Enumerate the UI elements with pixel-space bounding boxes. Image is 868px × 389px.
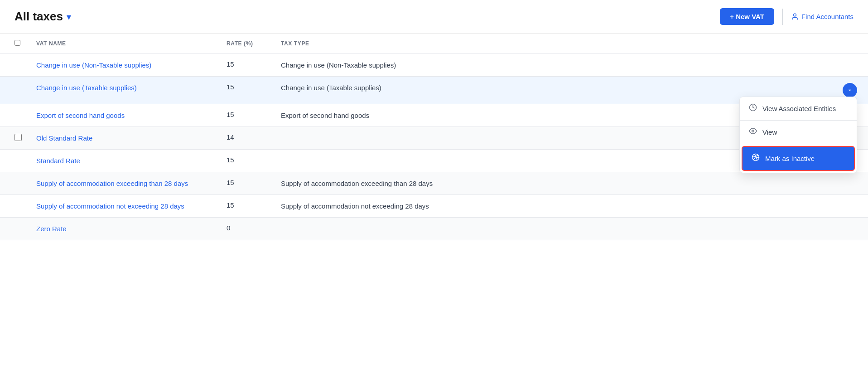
row-action-cell	[771, 172, 868, 195]
vat-name-link[interactable]: Supply of accommodation exceeding than 2…	[36, 179, 212, 188]
view-associated-entities-label: View Associated Entities	[762, 105, 836, 112]
row-rate-cell: 14	[219, 127, 274, 150]
view-associated-entities-item[interactable]: View Associated Entities	[740, 97, 857, 120]
row-checkbox-cell	[0, 150, 29, 172]
clock-icon	[749, 103, 757, 114]
row-vat-name-cell: Change in use (Non-Taxable supplies)	[29, 54, 219, 77]
row-tax-type-cell: Export of second hand goods	[274, 104, 771, 127]
dropdown-divider-2	[740, 144, 857, 144]
row-tax-type-cell: Supply of accommodation exceeding than 2…	[274, 172, 771, 195]
tax-table: VAT NAME RATE (%) TAX TYPE Change in use…	[0, 34, 868, 240]
row-vat-name-cell: Export of second hand goods	[29, 104, 219, 127]
row-dropdown-menu: View Associated Entities View Mark as In…	[739, 97, 857, 173]
col-header-tax-type: TAX TYPE	[274, 34, 771, 54]
view-item[interactable]: View	[740, 121, 857, 144]
header-left: All taxes ▾	[14, 10, 71, 24]
table-header: VAT NAME RATE (%) TAX TYPE	[0, 34, 868, 54]
vat-name-link[interactable]: Supply of accommodation not exceeding 28…	[36, 201, 212, 211]
row-tax-type-cell: Change in use (Non-Taxable supplies)	[274, 54, 771, 77]
col-header-rate: RATE (%)	[219, 34, 274, 54]
col-header-vat-name: VAT NAME	[29, 34, 219, 54]
row-vat-name-cell: Old Standard Rate	[29, 127, 219, 150]
mark-inactive-item[interactable]: Mark as Inactive	[742, 146, 855, 171]
row-action-cell	[771, 195, 868, 218]
row-vat-name-cell: Standard Rate	[29, 150, 219, 172]
table-row: Old Standard Rate14	[0, 127, 868, 150]
header-divider	[782, 9, 783, 25]
col-header-actions	[771, 34, 868, 54]
row-vat-name-cell: Supply of accommodation not exceeding 28…	[29, 195, 219, 218]
table-row: Change in use (Non-Taxable supplies)15Ch…	[0, 54, 868, 77]
row-checkbox-cell	[0, 172, 29, 195]
row-checkbox[interactable]	[14, 134, 22, 141]
vat-name-link[interactable]: Zero Rate	[36, 224, 212, 233]
row-checkbox-cell	[0, 104, 29, 127]
row-checkbox-cell	[0, 127, 29, 150]
vat-name-link[interactable]: Change in use (Taxable supplies)	[36, 83, 212, 92]
view-label: View	[762, 128, 777, 136]
row-checkbox-cell	[0, 54, 29, 77]
row-rate-cell: 15	[219, 104, 274, 127]
vat-name-link[interactable]: Change in use (Non-Taxable supplies)	[36, 60, 212, 70]
vat-name-link[interactable]: Old Standard Rate	[36, 133, 212, 143]
row-vat-name-cell: Zero Rate	[29, 218, 219, 240]
row-tax-type-cell	[274, 150, 771, 172]
row-rate-cell: 15	[219, 54, 274, 77]
table-body: Change in use (Non-Taxable supplies)15Ch…	[0, 54, 868, 240]
row-rate-cell: 15	[219, 172, 274, 195]
header-right: + New VAT Find Accountants	[720, 8, 854, 25]
row-rate-cell: 0	[219, 218, 274, 240]
table-row: Zero Rate0	[0, 218, 868, 240]
mark-inactive-label: Mark as Inactive	[765, 155, 815, 162]
select-all-checkbox[interactable]	[14, 40, 20, 46]
page-title: All taxes	[14, 10, 63, 24]
vat-name-link[interactable]: Standard Rate	[36, 156, 212, 165]
person-icon	[791, 13, 799, 20]
row-vat-name-cell: Supply of accommodation exceeding than 2…	[29, 172, 219, 195]
page-header: All taxes ▾ + New VAT Find Accountants	[0, 0, 868, 34]
row-vat-name-cell: Change in use (Taxable supplies)	[29, 77, 219, 104]
title-chevron-icon[interactable]: ▾	[67, 11, 71, 22]
row-checkbox-cell	[0, 77, 29, 104]
row-rate-cell: 15	[219, 150, 274, 172]
row-rate-cell: 15	[219, 77, 274, 104]
row-action-cell: View Associated Entities View Mark as In…	[771, 77, 868, 104]
row-rate-cell: 15	[219, 195, 274, 218]
row-checkbox-cell	[0, 218, 29, 240]
row-checkbox-cell	[0, 195, 29, 218]
find-accountants-button[interactable]: Find Accountants	[791, 13, 854, 20]
find-accountants-label: Find Accountants	[801, 13, 854, 20]
row-dropdown-toggle[interactable]	[843, 83, 857, 97]
table-row: Change in use (Taxable supplies)15Change…	[0, 77, 868, 104]
table-row: Supply of accommodation not exceeding 28…	[0, 195, 868, 218]
row-tax-type-cell: Supply of accommodation not exceeding 28…	[274, 195, 771, 218]
row-tax-type-cell	[274, 127, 771, 150]
svg-point-0	[794, 14, 796, 16]
new-vat-button[interactable]: + New VAT	[720, 8, 774, 25]
row-tax-type-cell	[274, 218, 771, 240]
vat-name-link[interactable]: Export of second hand goods	[36, 111, 212, 120]
table-row: Supply of accommodation exceeding than 2…	[0, 172, 868, 195]
table-row: Export of second hand goods15Export of s…	[0, 104, 868, 127]
svg-point-2	[752, 130, 754, 132]
inactive-icon	[752, 153, 760, 164]
table-row: Standard Rate15	[0, 150, 868, 172]
row-tax-type-cell: Change in use (Taxable supplies)	[274, 77, 771, 104]
tax-table-container: VAT NAME RATE (%) TAX TYPE Change in use…	[0, 34, 868, 240]
row-action-cell	[771, 218, 868, 240]
eye-icon	[749, 127, 757, 137]
col-header-checkbox	[0, 34, 29, 54]
row-action-cell	[771, 54, 868, 77]
